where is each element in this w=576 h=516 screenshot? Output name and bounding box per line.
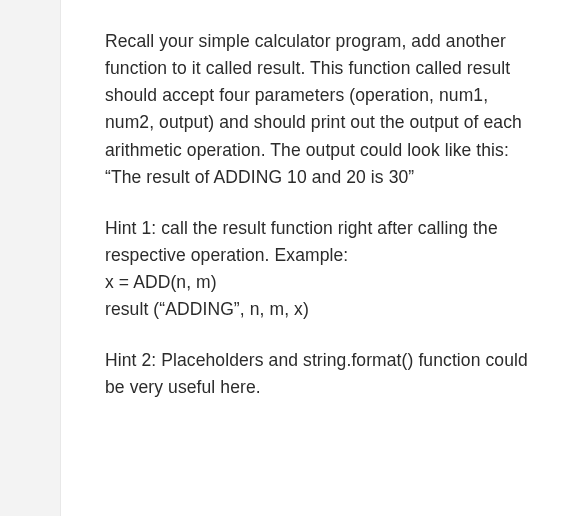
hint-2-paragraph: Hint 2: Placeholders and string.format()… xyxy=(105,347,536,401)
content-card: Recall your simple calculator program, a… xyxy=(60,0,576,516)
hint-1-paragraph: Hint 1: call the result function right a… xyxy=(105,215,536,324)
intro-paragraph: Recall your simple calculator program, a… xyxy=(105,28,536,191)
page-background: Recall your simple calculator program, a… xyxy=(0,0,576,516)
